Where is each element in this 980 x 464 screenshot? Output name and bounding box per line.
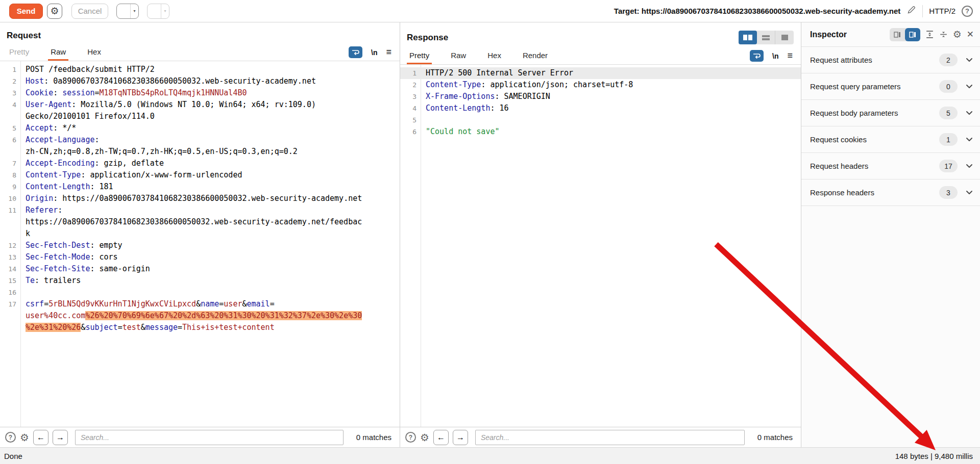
pencil-icon[interactable] — [906, 5, 916, 17]
inspector-settings-gear-icon[interactable]: ⚙ — [953, 30, 962, 39]
layout-columns-button[interactable] — [739, 31, 757, 44]
tab-hex[interactable]: Hex — [485, 47, 504, 64]
editor-line[interactable]: 11Referer: — [0, 204, 400, 216]
inspector-section-request-query-parameters[interactable]: Request query parameters0 — [801, 73, 980, 100]
editor-line[interactable]: 17csrf=5rBLN5Qd9vKKurHnT1NjgKwxCViLpxcd&… — [0, 298, 400, 310]
search-prev-button[interactable]: ← — [33, 430, 48, 445]
editor-line[interactable]: %2e%31%20%26&subject=test&message=This+i… — [0, 322, 400, 333]
show-newlines-toggle[interactable]: \n — [772, 52, 778, 60]
layout-rows-button[interactable] — [757, 31, 775, 44]
tab-raw[interactable]: Raw — [48, 44, 68, 61]
tab-pretty[interactable]: Pretty — [407, 47, 432, 64]
caret-down-icon[interactable]: ▾ — [130, 4, 138, 18]
editor-line[interactable]: Gecko/20100101 Firefox/114.0 — [0, 111, 400, 122]
editor-line[interactable]: 13Sec-Fetch-Mode: cors — [0, 251, 400, 263]
editor-menu-icon[interactable]: ≡ — [787, 50, 793, 61]
editor-line[interactable]: 15Te: trailers — [0, 275, 400, 287]
count-badge: 1 — [939, 133, 958, 146]
search-input[interactable] — [475, 430, 745, 445]
line-content: Origin: https://0a8900670378410682303866… — [20, 193, 400, 204]
chevron-down-icon[interactable] — [966, 111, 973, 115]
chevron-down-icon[interactable] — [966, 190, 973, 195]
editor-line[interactable]: https://0a890067037841068230386600050032… — [0, 216, 400, 228]
editor-line[interactable]: 16 — [0, 287, 400, 298]
inspector-section-request-headers[interactable]: Request headers17 — [801, 153, 980, 179]
search-settings-gear-icon[interactable]: ⚙ — [20, 432, 29, 443]
line-content: Content-Length: 16 — [421, 102, 801, 114]
section-label: Request attributes — [810, 56, 939, 64]
word-wrap-toggle[interactable] — [349, 46, 362, 58]
send-button[interactable]: Send — [9, 4, 43, 19]
search-help-icon[interactable]: ? — [405, 432, 416, 443]
chevron-down-icon[interactable] — [966, 164, 973, 168]
inspector-section-request-attributes[interactable]: Request attributes2 — [801, 47, 980, 73]
dock-right-button[interactable] — [905, 28, 920, 41]
editor-line[interactable]: 3X-Frame-Options: SAMEORIGIN — [400, 91, 801, 102]
count-badge: 5 — [939, 107, 958, 119]
show-newlines-toggle[interactable]: \n — [371, 48, 377, 57]
tab-hex[interactable]: Hex — [85, 44, 104, 61]
send-options-button[interactable]: ⚙ — [47, 4, 62, 19]
collapse-all-button[interactable] — [939, 30, 948, 39]
search-next-button[interactable]: → — [53, 430, 68, 445]
editor-line[interactable]: 4User-Agent: Mozilla/5.0 (Windows NT 10.… — [0, 99, 400, 111]
editor-line[interactable]: 6Accept-Language: — [0, 134, 400, 146]
word-wrap-toggle[interactable] — [750, 50, 764, 62]
editor-line[interactable]: 5 — [400, 114, 801, 126]
tab-render[interactable]: Render — [520, 47, 550, 64]
editor-line[interactable]: user%40cc.com%26%20%70%69%6e%67%20%2d%63… — [0, 310, 400, 322]
editor-line[interactable]: zh-CN,zh;q=0.8,zh-TW;q=0.7,zh-HK;q=0.5,e… — [0, 146, 400, 158]
tab-pretty[interactable]: Pretty — [7, 44, 32, 61]
line-content — [421, 114, 801, 126]
line-content: %2e%31%20%26&subject=test&message=This+i… — [20, 322, 400, 333]
response-tabs: PrettyRawHexRender \n ≡ — [400, 47, 801, 65]
cancel-button[interactable]: Cancel — [71, 4, 108, 19]
divider — [922, 5, 923, 17]
line-number: 14 — [0, 263, 20, 275]
search-prev-button[interactable]: ← — [433, 430, 449, 445]
response-editor[interactable]: 1HTTP/2 500 Internal Server Error2Conten… — [400, 65, 801, 427]
history-back-button[interactable]: < ▾ — [116, 4, 139, 19]
search-settings-gear-icon[interactable]: ⚙ — [420, 432, 429, 443]
editor-line[interactable]: 8Content-Type: application/x-www-form-ur… — [0, 169, 400, 181]
editor-line[interactable]: 12Sec-Fetch-Dest: empty — [0, 240, 400, 251]
line-number: 12 — [0, 240, 20, 251]
editor-line[interactable]: 1POST /feedback/submit HTTP/2 — [0, 64, 400, 75]
tab-raw[interactable]: Raw — [448, 47, 469, 64]
search-input[interactable] — [75, 430, 344, 445]
editor-line[interactable]: 9Content-Length: 181 — [0, 181, 400, 193]
editor-line[interactable]: 2Content-Type: application/json; charset… — [400, 79, 801, 91]
dock-bottom-button[interactable] — [890, 28, 905, 41]
editor-line[interactable]: 10Origin: https://0a89006703784106823038… — [0, 193, 400, 204]
editor-line[interactable]: k — [0, 228, 400, 240]
inspector-section-request-cookies[interactable]: Request cookies1 — [801, 126, 980, 153]
chevron-down-icon[interactable] — [966, 58, 973, 62]
section-label: Request query parameters — [810, 82, 939, 91]
close-icon[interactable]: ✕ — [967, 29, 974, 40]
editor-line[interactable]: 6"Could not save" — [400, 126, 801, 138]
chevron-down-icon[interactable] — [966, 137, 973, 142]
editor-line[interactable]: 3Cookie: session=M18TqNTBbS4pRoLTQ4mqjk1… — [0, 87, 400, 99]
inspector-section-request-body-parameters[interactable]: Request body parameters5 — [801, 100, 980, 126]
history-forward-button[interactable]: > ▾ — [147, 4, 169, 19]
line-content: Accept-Language: — [20, 134, 400, 146]
editor-line[interactable]: 5Accept: */* — [0, 122, 400, 134]
editor-line[interactable]: 7Accept-Encoding: gzip, deflate — [0, 158, 400, 169]
editor-menu-icon[interactable]: ≡ — [386, 47, 391, 58]
inspector-section-response-headers[interactable]: Response headers3 — [801, 179, 980, 206]
expand-all-button[interactable] — [925, 30, 934, 39]
search-help-icon[interactable]: ? — [5, 432, 16, 443]
editor-line[interactable]: 4Content-Length: 16 — [400, 102, 801, 114]
expand-all-icon — [925, 30, 934, 39]
chevron-down-icon[interactable] — [966, 84, 973, 89]
help-icon[interactable]: ? — [962, 6, 973, 17]
dock-right-icon — [909, 31, 916, 38]
editor-line[interactable]: 14Sec-Fetch-Site: same-origin — [0, 263, 400, 275]
search-next-button[interactable]: → — [453, 430, 468, 445]
editor-line[interactable]: 1HTTP/2 500 Internal Server Error — [400, 67, 801, 79]
inspector-header: Inspector — [801, 22, 980, 47]
request-editor[interactable]: 1POST /feedback/submit HTTP/22Host: 0a89… — [0, 61, 400, 427]
editor-line[interactable]: 2Host: 0a890067037841068230386600050032.… — [0, 75, 400, 87]
line-content: Cookie: session=M18TqNTBbS4pRoLTQ4mqjk1H… — [20, 87, 400, 99]
layout-single-button[interactable] — [775, 31, 794, 44]
